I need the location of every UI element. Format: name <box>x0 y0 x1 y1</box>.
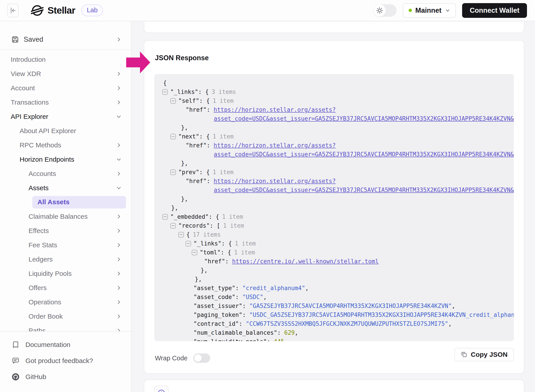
sidebar-item-label: API Explorer <box>11 113 48 120</box>
chevron-right-icon <box>116 99 122 105</box>
sidebar-item-ledgers[interactable]: Ledgers <box>0 252 131 266</box>
json-key: "href" <box>186 105 207 114</box>
json-line: asset_code=USDC&asset_issuer=GA5ZSEJYB37… <box>158 114 514 123</box>
json-key: "toml" <box>200 248 221 257</box>
collapse-sidebar-button[interactable] <box>7 4 19 17</box>
json-link[interactable]: https://horizon.stellar.org/assets? <box>214 177 336 186</box>
lab-badge: Lab <box>81 5 103 16</box>
sidebar-item-about-api-explorer[interactable]: About API Explorer <box>0 124 131 138</box>
json-punctuation: : <box>207 141 214 150</box>
copy-icon <box>461 351 468 358</box>
theme-toggle[interactable] <box>373 4 397 17</box>
brand: Stellar Lab <box>31 4 103 17</box>
json-viewer[interactable]: {"_links": {3 items"self": {1 item"href"… <box>154 74 514 341</box>
json-punctuation: , <box>452 301 455 310</box>
sidebar-item-label: Horizon Endpoints <box>20 156 74 163</box>
json-number-value: 445 <box>274 337 284 341</box>
sidebar-item-operations[interactable]: Operations <box>0 295 131 309</box>
sidebar-item-accounts[interactable]: Accounts <box>0 167 131 181</box>
sidebar-item-order-book[interactable]: Order Book <box>0 309 131 324</box>
json-line: "asset_type": "credit_alphanum4", <box>158 284 514 293</box>
sidebar-nav: IntroductionView XDRAccountTransactionsA… <box>0 50 131 331</box>
collapse-toggle-icon[interactable] <box>170 98 176 104</box>
json-punctuation: }, <box>181 123 188 132</box>
json-line: "prev": {1 item <box>158 168 514 177</box>
json-line: "href": https://horizon.stellar.org/asse… <box>158 177 514 186</box>
sidebar-footer-label: Documentation <box>25 341 70 349</box>
json-key: "paging_token" <box>194 310 242 319</box>
json-link[interactable]: https://horizon.stellar.org/assets? <box>214 141 336 150</box>
chevron-right-icon <box>116 242 122 248</box>
collapse-toggle-icon[interactable] <box>170 134 176 139</box>
json-line: "paging_token": "USDC_GA5ZSEJYB37JRC5AVC… <box>158 310 514 319</box>
sidebar-item-account[interactable]: Account <box>0 81 131 95</box>
sidebar-item-introduction[interactable]: Introduction <box>0 52 131 67</box>
sidebar-item-paths[interactable]: Paths <box>0 324 131 331</box>
collapse-toggle-icon[interactable] <box>170 169 176 175</box>
page: { "header": { "brand": "Stellar", "badge… <box>0 0 535 392</box>
collapse-toggle-icon[interactable] <box>186 241 191 246</box>
chevron-right-icon <box>116 285 122 291</box>
sidebar-item-label: View XDR <box>11 70 41 78</box>
collapse-sidebar-icon <box>9 7 16 14</box>
sidebar-item-fee-stats[interactable]: Fee Stats <box>0 238 131 252</box>
wrap-code-toggle[interactable] <box>193 353 210 363</box>
json-punctuation: : { <box>221 248 231 257</box>
sidebar-item-rpc-methods[interactable]: RPC Methods <box>0 138 131 152</box>
collapse-toggle-icon[interactable] <box>192 250 197 255</box>
json-link[interactable]: asset_code=USDC&asset_issuer=GA5ZSEJYB37… <box>214 150 514 159</box>
sidebar-item-label: Effects <box>28 227 49 235</box>
sidebar-item-assets[interactable]: Assets <box>0 181 131 195</box>
json-punctuation: : { <box>209 212 219 221</box>
collapse-toggle-icon[interactable] <box>162 214 168 220</box>
sidebar-item-view-xdr[interactable]: View XDR <box>0 67 131 81</box>
json-link[interactable]: asset_code=USDC&asset_issuer=GA5ZSEJYB37… <box>214 114 514 123</box>
sidebar-item-claimable-balances[interactable]: Claimable Balances <box>0 209 131 224</box>
sidebar-footer-item-documentation[interactable]: Documentation <box>0 337 131 353</box>
sidebar-item-label: About API Explorer <box>20 127 76 135</box>
chevron-right-icon <box>116 37 122 42</box>
sidebar-item-label: RPC Methods <box>20 141 61 149</box>
connect-wallet-button[interactable]: Connect Wallet <box>462 3 527 18</box>
sidebar-item-label: Accounts <box>28 170 56 177</box>
json-item-count: 1 item <box>223 221 244 230</box>
copy-json-button[interactable]: Copy JSON <box>454 348 514 361</box>
sidebar-footer: DocumentationGot product feedback?GitHub <box>0 331 131 392</box>
collapse-toggle-icon[interactable] <box>178 232 184 238</box>
collapse-toggle-icon[interactable] <box>162 89 168 95</box>
sidebar-item-api-explorer[interactable]: API Explorer <box>0 109 131 124</box>
chevron-down-icon <box>116 185 122 191</box>
json-punctuation: }, <box>181 159 188 168</box>
collapse-toggle-icon[interactable] <box>170 223 176 229</box>
json-punctuation: : <box>242 310 249 319</box>
json-punctuation: }, <box>195 275 202 284</box>
json-punctuation: : <box>225 257 232 266</box>
info-icon-box <box>154 386 169 392</box>
sidebar-footer-item-got-product-feedback[interactable]: Got product feedback? <box>0 353 131 369</box>
sidebar-footer-item-github[interactable]: GitHub <box>0 369 131 385</box>
sidebar: Saved IntroductionView XDRAccountTransac… <box>0 21 131 392</box>
chevron-right-icon <box>116 214 122 219</box>
json-key: "num_claimable_balances" <box>194 328 277 337</box>
json-punctuation: : { <box>199 132 210 141</box>
sidebar-item-liquidity-pools[interactable]: Liquidity Pools <box>0 266 131 281</box>
json-link[interactable]: https://centre.io/.well-known/stellar.to… <box>232 257 378 266</box>
json-link[interactable]: https://horizon.stellar.org/assets? <box>214 105 336 114</box>
json-line: }, <box>158 266 514 275</box>
json-punctuation: : { <box>199 168 210 177</box>
json-link[interactable]: asset_code=USDC&asset_issuer=GA5ZSEJYB37… <box>214 186 514 194</box>
annotation-arrow <box>126 51 150 73</box>
json-punctuation: : <box>235 293 242 301</box>
theme-toggle-knob <box>373 4 386 17</box>
json-key: "next" <box>178 132 199 141</box>
json-punctuation: : [ <box>210 221 220 230</box>
sidebar-item-label: Account <box>11 84 35 92</box>
sidebar-item-offers[interactable]: Offers <box>0 281 131 295</box>
network-select[interactable]: Mainnet <box>403 3 456 18</box>
sidebar-item-effects[interactable]: Effects <box>0 224 131 238</box>
sidebar-item-horizon-endpoints[interactable]: Horizon Endpoints <box>0 152 131 167</box>
sidebar-item-saved[interactable]: Saved <box>0 33 131 46</box>
json-key: "href" <box>204 257 225 266</box>
sidebar-item-all-assets[interactable]: All Assets <box>0 195 131 209</box>
sidebar-item-transactions[interactable]: Transactions <box>0 95 131 109</box>
